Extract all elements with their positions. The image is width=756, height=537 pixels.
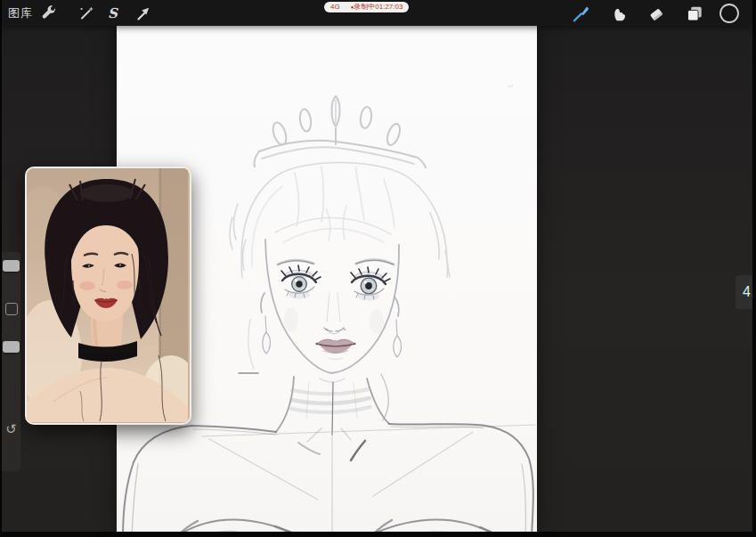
brush-size-slider[interactable] xyxy=(3,260,20,272)
color-swatch xyxy=(719,3,740,24)
brush-button[interactable] xyxy=(568,0,592,26)
gallery-button[interactable]: 图库 xyxy=(8,0,33,26)
screen: 图库 S xyxy=(0,0,756,537)
right-tab-label: 4 xyxy=(743,284,751,300)
brush-opacity-slider[interactable] xyxy=(3,341,20,353)
transform-icon xyxy=(134,4,152,22)
network-indicator: 4G xyxy=(330,2,340,12)
modify-button[interactable] xyxy=(5,303,18,315)
undo-button[interactable]: ↺ xyxy=(2,419,20,439)
reference-window[interactable] xyxy=(25,167,191,425)
recording-timer: 录制中01:27:03 xyxy=(354,3,402,11)
eraser-icon xyxy=(646,4,666,23)
color-button[interactable] xyxy=(717,0,741,26)
recording-status-pill[interactable]: 4G ●录制中01:27:03 xyxy=(324,2,409,12)
smudge-button[interactable] xyxy=(606,0,630,26)
selection-icon: S xyxy=(108,5,118,21)
layers-icon xyxy=(685,4,704,23)
layers-button[interactable] xyxy=(682,0,706,26)
wrench-icon xyxy=(40,4,58,22)
actions-button[interactable] xyxy=(37,0,61,26)
right-edge-tab[interactable]: 4 xyxy=(736,275,752,309)
adjustments-icon xyxy=(77,4,95,22)
adjustments-button[interactable] xyxy=(74,0,98,26)
reference-photo-image xyxy=(27,168,188,422)
eraser-button[interactable] xyxy=(644,0,668,26)
smudge-icon xyxy=(609,4,629,23)
brush-icon xyxy=(571,4,590,23)
procreate-workspace: 图库 S xyxy=(2,0,752,532)
transform-button[interactable] xyxy=(131,0,155,26)
brush-sidebar: ↺ xyxy=(2,252,20,471)
selection-button[interactable]: S xyxy=(101,0,125,26)
